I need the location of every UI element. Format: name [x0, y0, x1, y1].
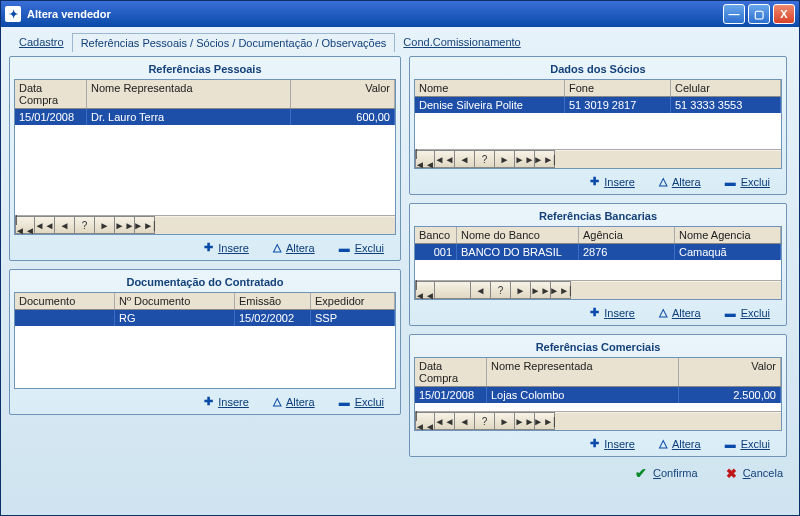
- nav-prev[interactable]: ◄: [455, 150, 475, 168]
- col-nome: Nome: [415, 80, 565, 96]
- check-icon: ✔: [635, 465, 647, 481]
- col-valor: Valor: [291, 80, 395, 108]
- tab-cadastro[interactable]: Cadastro: [11, 33, 72, 52]
- nav-prev[interactable]: ◄: [455, 412, 475, 430]
- table-row[interactable]: RG 15/02/2002 SSP: [15, 310, 395, 326]
- insere-button[interactable]: ✚Insere: [590, 437, 635, 450]
- col-celular: Celular: [671, 80, 781, 96]
- col-num-doc: Nº Documento: [115, 293, 235, 309]
- insere-button[interactable]: ✚Insere: [204, 395, 249, 408]
- panel-dados-socios: Dados dos Sócios Nome Fone Celular Denis…: [409, 56, 787, 195]
- confirma-button[interactable]: ✔Confirma: [635, 465, 698, 481]
- nav-prevpage[interactable]: ◄◄: [435, 412, 455, 430]
- table-row[interactable]: 15/01/2008 Dr. Lauro Terra 600,00: [15, 109, 395, 125]
- plus-icon: ✚: [590, 175, 599, 188]
- col-nome-rep: Nome Representada: [487, 358, 679, 386]
- close-button[interactable]: X: [773, 4, 795, 24]
- minus-icon: ▬: [725, 438, 736, 450]
- grid-bancarias: Banco Nome do Banco Agência Nome Agencia…: [414, 226, 782, 300]
- panel-ref-pessoais: Referências Pessoais Data Compra Nome Re…: [9, 56, 401, 261]
- col-fone: Fone: [565, 80, 671, 96]
- grid-socios: Nome Fone Celular Denise Silveira Polite…: [414, 79, 782, 169]
- nav-prev[interactable]: ◄: [471, 281, 491, 299]
- altera-button[interactable]: △Altera: [659, 175, 701, 188]
- nav-first[interactable]: |◄◄: [15, 216, 35, 234]
- nav-last[interactable]: ►►|: [535, 150, 555, 168]
- grid-comerciais: Data Compra Nome Representada Valor 15/0…: [414, 357, 782, 431]
- nav-query[interactable]: ?: [75, 216, 95, 234]
- triangle-icon: △: [659, 175, 667, 188]
- col-banco: Banco: [415, 227, 457, 243]
- col-nome-rep: Nome Representada: [87, 80, 291, 108]
- exclui-button[interactable]: ▬Exclui: [725, 306, 770, 319]
- nav-first[interactable]: |◄◄: [415, 412, 435, 430]
- triangle-icon: △: [659, 437, 667, 450]
- nav-next[interactable]: ►: [95, 216, 115, 234]
- table-row[interactable]: 15/01/2008 Lojas Colombo 2.500,00: [415, 387, 781, 403]
- x-icon: ✖: [726, 466, 737, 481]
- col-documento: Documento: [15, 293, 115, 309]
- tab-comissionamento[interactable]: Cond.Comissionamento: [395, 33, 528, 52]
- nav-query[interactable]: ?: [475, 412, 495, 430]
- col-agencia: Agência: [579, 227, 675, 243]
- plus-icon: ✚: [204, 395, 213, 408]
- minimize-button[interactable]: —: [723, 4, 745, 24]
- nav-next[interactable]: ►: [495, 412, 515, 430]
- cancela-button[interactable]: ✖Cancela: [726, 465, 783, 481]
- triangle-icon: △: [273, 395, 281, 408]
- col-valor: Valor: [679, 358, 781, 386]
- exclui-button[interactable]: ▬Exclui: [725, 437, 770, 450]
- nav-prev[interactable]: ◄: [55, 216, 75, 234]
- exclui-button[interactable]: ▬Exclui: [339, 395, 384, 408]
- nav-next[interactable]: ►: [511, 281, 531, 299]
- minus-icon: ▬: [339, 396, 350, 408]
- nav-prevpage[interactable]: ◄◄: [435, 150, 455, 168]
- tab-bar: Cadastro Referências Pessoais / Sócios /…: [1, 27, 799, 52]
- panel-title: Referências Bancarias: [414, 208, 782, 226]
- nav-last[interactable]: ►►|: [551, 281, 571, 299]
- app-icon: ✦: [5, 6, 21, 22]
- altera-button[interactable]: △Altera: [273, 395, 315, 408]
- table-row[interactable]: Denise Silveira Polite 51 3019 2817 51 3…: [415, 97, 781, 113]
- col-data-compra: Data Compra: [415, 358, 487, 386]
- nav-nextpage[interactable]: ►►: [531, 281, 551, 299]
- panel-ref-comerciais: Referências Comerciais Data Compra Nome …: [409, 334, 787, 457]
- panel-doc-contratado: Documentação do Contratado Documento Nº …: [9, 269, 401, 415]
- nav-first[interactable]: |◄◄: [415, 150, 435, 168]
- insere-button[interactable]: ✚Insere: [204, 241, 249, 254]
- window-title: Altera vendedor: [27, 8, 111, 20]
- body: Referências Pessoais Data Compra Nome Re…: [1, 52, 799, 457]
- nav-first[interactable]: |◄◄: [415, 281, 435, 299]
- nav-last[interactable]: ►►|: [135, 216, 155, 234]
- nav-query[interactable]: ?: [475, 150, 495, 168]
- panel-title: Documentação do Contratado: [14, 274, 396, 292]
- minus-icon: ▬: [725, 307, 736, 319]
- plus-icon: ✚: [204, 241, 213, 254]
- insere-button[interactable]: ✚Insere: [590, 175, 635, 188]
- maximize-button[interactable]: ▢: [748, 4, 770, 24]
- plus-icon: ✚: [590, 437, 599, 450]
- footer: ✔Confirma ✖Cancela: [1, 457, 799, 489]
- altera-button[interactable]: △Altera: [659, 306, 701, 319]
- col-nome-agencia: Nome Agencia: [675, 227, 781, 243]
- altera-button[interactable]: △Altera: [273, 241, 315, 254]
- altera-button[interactable]: △Altera: [659, 437, 701, 450]
- nav-query[interactable]: ?: [491, 281, 511, 299]
- nav-nextpage[interactable]: ►►: [515, 412, 535, 430]
- exclui-button[interactable]: ▬Exclui: [725, 175, 770, 188]
- grid-ref-pessoais: Data Compra Nome Representada Valor 15/0…: [14, 79, 396, 235]
- nav-prevpage[interactable]: ◄◄: [35, 216, 55, 234]
- window: ✦ Altera vendedor — ▢ X Cadastro Referên…: [0, 0, 800, 516]
- col-emissao: Emissão: [235, 293, 311, 309]
- table-row[interactable]: 001 BANCO DO BRASIL 2876 Camaquã: [415, 244, 781, 260]
- nav-nextpage[interactable]: ►►: [115, 216, 135, 234]
- nav-last[interactable]: ►►|: [535, 412, 555, 430]
- exclui-button[interactable]: ▬Exclui: [339, 241, 384, 254]
- insere-button[interactable]: ✚Insere: [590, 306, 635, 319]
- tab-referencias[interactable]: Referências Pessoais / Sócios / Document…: [72, 33, 396, 52]
- triangle-icon: △: [659, 306, 667, 319]
- col-nome-banco: Nome do Banco: [457, 227, 579, 243]
- nav-nextpage[interactable]: ►►: [515, 150, 535, 168]
- titlebar: ✦ Altera vendedor — ▢ X: [1, 1, 799, 27]
- nav-next[interactable]: ►: [495, 150, 515, 168]
